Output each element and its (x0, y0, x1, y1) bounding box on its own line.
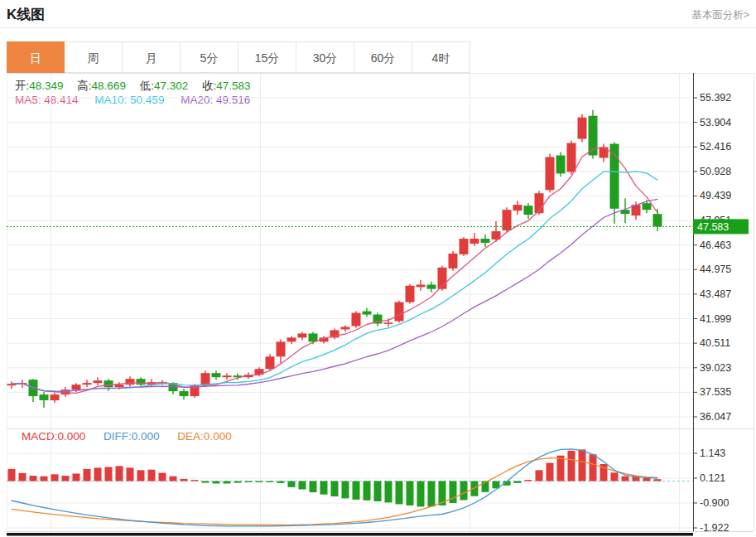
macd-bar (277, 481, 285, 483)
interval-tabbar: 日周月5分15分30分60分4时 (7, 41, 470, 73)
candles (7, 110, 662, 408)
macd-bar (622, 477, 629, 481)
macd-bar (654, 479, 662, 481)
tab-60分[interactable]: 60分 (354, 41, 412, 73)
tab-5分[interactable]: 5分 (181, 41, 238, 73)
macd-bar (460, 481, 468, 501)
svg-text:1.143: 1.143 (700, 448, 725, 459)
macd-bar (374, 481, 382, 501)
macd-bar (127, 467, 134, 481)
candle (40, 394, 49, 400)
candle (51, 394, 60, 400)
candle (115, 385, 124, 387)
macd-bar (137, 470, 145, 481)
chart-scrollbar[interactable] (7, 533, 693, 536)
macd-bar (547, 463, 554, 481)
macd-bar (320, 481, 328, 495)
header-divider (0, 27, 756, 28)
candle (137, 379, 146, 385)
macd-bar (159, 473, 166, 481)
svg-text:55.392: 55.392 (700, 92, 731, 104)
macd-bar (19, 473, 26, 481)
tab-周[interactable]: 周 (65, 41, 123, 73)
macd-bar (407, 481, 414, 506)
macd-bar (181, 479, 188, 481)
macd-bar (51, 474, 59, 481)
svg-text:47.583: 47.583 (697, 221, 729, 233)
macd-bar (396, 481, 403, 505)
macd-bar (536, 470, 543, 481)
candle (406, 286, 415, 302)
svg-text:52.416: 52.416 (700, 141, 731, 152)
candle (610, 144, 619, 209)
svg-text:50.928: 50.928 (700, 166, 731, 177)
svg-text:0.121: 0.121 (700, 472, 725, 484)
macd-bar (148, 470, 156, 481)
macd-bar (557, 456, 565, 481)
macd-bar (41, 477, 48, 481)
macd-bar (202, 481, 209, 483)
macd-bar (331, 481, 339, 496)
svg-text:39.023: 39.023 (700, 362, 731, 374)
kline-chart-canvas: 55.39253.90452.41650.92849.43947.95146.4… (0, 73, 756, 537)
svg-text:53.904: 53.904 (700, 117, 731, 128)
kline-widget: K线图 基本面分析> 日周月5分15分30分60分4时 开:48.349 高:4… (0, 0, 756, 537)
macd-bar (234, 481, 242, 483)
macd-bar (94, 467, 102, 481)
candle (83, 383, 92, 385)
tab-4时[interactable]: 4时 (412, 41, 470, 73)
macd-bar (191, 480, 199, 481)
candle (72, 385, 81, 389)
candle (384, 322, 393, 324)
candle (266, 356, 275, 369)
candle (223, 375, 232, 377)
macd-bar (590, 454, 597, 481)
macd-bar (310, 481, 317, 493)
macd-bar (611, 472, 619, 481)
tab-30分[interactable]: 30分 (296, 41, 354, 73)
candle (309, 333, 318, 341)
macd-bar (8, 469, 16, 481)
candle (643, 203, 652, 210)
svg-text:49.439: 49.439 (700, 190, 731, 201)
macd-bar (643, 478, 651, 481)
candle (449, 254, 458, 268)
macd-bar (267, 481, 274, 482)
svg-text:37.535: 37.535 (700, 386, 731, 398)
candle (460, 239, 469, 254)
macd-bar (299, 481, 306, 490)
candle (363, 312, 372, 315)
candle (341, 327, 350, 329)
candle (427, 285, 436, 289)
macd-bar (568, 451, 575, 481)
macd-bar (105, 467, 113, 481)
macd-bar (342, 481, 349, 499)
candle (481, 239, 490, 243)
candle (352, 313, 361, 327)
candle (126, 379, 135, 385)
svg-text:41.999: 41.999 (700, 313, 731, 325)
macd-bar (245, 481, 253, 482)
candle (578, 118, 587, 139)
tab-15分[interactable]: 15分 (238, 41, 296, 73)
svg-text:-0.900: -0.900 (700, 497, 729, 509)
macd-bar (84, 469, 91, 481)
candle (201, 373, 210, 385)
svg-text:44.975: 44.975 (700, 264, 731, 275)
macd-bar (62, 476, 70, 481)
candle (567, 143, 576, 172)
macd-bar (256, 481, 263, 482)
candle (212, 373, 221, 377)
macd-bar (353, 481, 360, 500)
fundamental-analysis-link[interactable]: 基本面分析> (691, 8, 749, 22)
macd-bar (170, 477, 177, 481)
candle (298, 333, 307, 337)
candle (287, 337, 296, 341)
page-title: K线图 (7, 5, 45, 24)
tab-日[interactable]: 日 (7, 41, 65, 73)
tab-月[interactable]: 月 (123, 41, 181, 73)
svg-text:40.511: 40.511 (700, 337, 730, 349)
macd-bar (288, 481, 296, 487)
svg-text:-1.922: -1.922 (700, 522, 729, 534)
macd-bar (385, 481, 392, 503)
